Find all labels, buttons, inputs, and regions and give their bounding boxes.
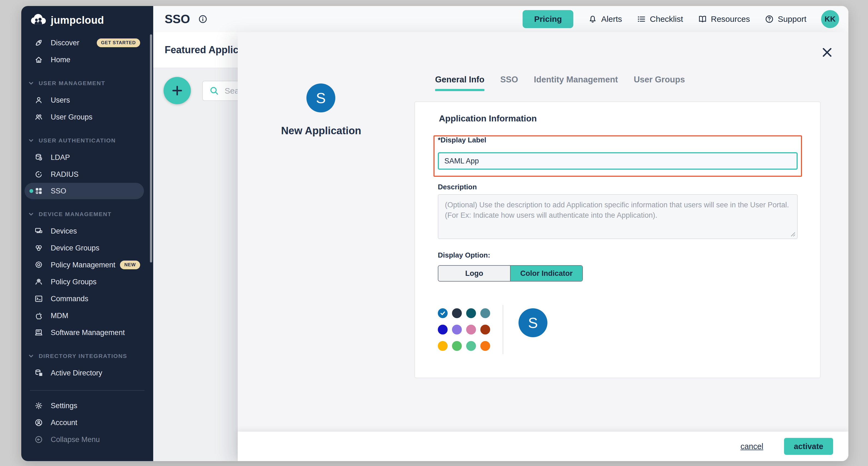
plus-icon — [171, 85, 183, 96]
new-application-panel: S New Application General InfoSSOIdentit… — [238, 32, 848, 461]
display-label-input[interactable] — [438, 152, 798, 170]
cancel-button[interactable]: cancel — [740, 442, 763, 451]
user-avatar[interactable]: KK — [821, 10, 839, 28]
chevron-down-icon — [28, 211, 34, 217]
sidebar-item-label: LDAP — [51, 153, 70, 162]
sidebar-item-discover[interactable]: DiscoverGET STARTED — [21, 34, 153, 51]
sidebar-item-label: Devices — [51, 227, 77, 235]
sidebar-item-policy-groups[interactable]: Policy Groups — [21, 273, 153, 290]
display-option-label: Display Option: — [438, 251, 490, 259]
app-window: jumpcloud DiscoverGET STARTEDHomeUSER MA… — [21, 6, 848, 461]
color-swatch-d77ea9[interactable] — [466, 325, 476, 334]
tab-identity-management[interactable]: Identity Management — [534, 75, 618, 91]
sidebar-item-label: User Groups — [51, 113, 92, 121]
top-header: SSO PricingAlertsChecklistResourcesSuppo… — [153, 6, 848, 32]
tab-sso[interactable]: SSO — [500, 75, 518, 91]
color-swatch-1513c5[interactable] — [438, 325, 447, 334]
sidebar-item-policy-management[interactable]: Policy ManagementNEW — [21, 257, 153, 273]
close-icon[interactable] — [821, 47, 833, 58]
pricing-button[interactable]: Pricing — [523, 10, 573, 28]
activate-button[interactable]: activate — [784, 438, 833, 455]
sidebar-section-user-authentication[interactable]: USER AUTHENTICATION — [21, 132, 153, 149]
sidebar-item-label: Active Directory — [51, 369, 102, 377]
header-link-resources[interactable]: Resources — [698, 14, 750, 24]
sidebar-item-collapse-menu[interactable]: Collapse Menu — [21, 431, 153, 448]
sso-grid-icon — [34, 186, 43, 195]
jumpcloud-cloud-icon — [30, 13, 46, 27]
logo-text: jumpcloud — [51, 14, 104, 26]
bell-icon — [588, 14, 597, 24]
sidebar-section-label: USER MANAGEMENT — [39, 80, 105, 86]
header-link-support[interactable]: Support — [765, 14, 806, 24]
panel-footer: cancel activate — [238, 432, 848, 461]
toggle-option-logo[interactable]: Logo — [438, 266, 510, 281]
sidebar-nav: DiscoverGET STARTEDHomeUSER MANAGEMENTUs… — [21, 34, 153, 381]
color-swatch-0b5a69[interactable] — [466, 308, 476, 318]
sidebar-item-mdm[interactable]: MDM — [21, 307, 153, 324]
sidebar-item-label: MDM — [51, 312, 68, 320]
color-swatch-57c268[interactable] — [452, 341, 462, 351]
tab-general-info[interactable]: General Info — [435, 75, 485, 91]
sidebar-item-software-management[interactable]: Software Management — [21, 324, 153, 341]
radius-signal-icon — [34, 170, 43, 179]
add-application-button[interactable] — [163, 77, 191, 104]
color-swatch-fdb501[interactable] — [438, 341, 447, 351]
get-started-badge: GET STARTED — [97, 38, 141, 47]
sidebar-item-commands[interactable]: Commands — [21, 290, 153, 307]
page-title: SSO — [165, 12, 190, 26]
search-icon — [209, 86, 219, 96]
sidebar-item-label: Policy Management — [51, 261, 115, 269]
sidebar-item-user-groups[interactable]: User Groups — [21, 109, 153, 125]
gear-icon — [34, 401, 43, 410]
sidebar-item-label: Settings — [51, 402, 78, 410]
panel-tabs: General InfoSSOIdentity ManagementUser G… — [435, 75, 685, 91]
color-swatch-263446[interactable] — [452, 308, 462, 318]
header-actions: PricingAlertsChecklistResourcesSupportKK — [523, 10, 848, 28]
ldap-database-icon — [34, 153, 43, 162]
sidebar-item-settings[interactable]: Settings — [21, 397, 153, 414]
sidebar-item-users[interactable]: Users — [21, 92, 153, 109]
color-swatch-a0350f[interactable] — [480, 325, 490, 334]
color-preview-circle: S — [519, 308, 548, 337]
color-swatch-4e8c99[interactable] — [480, 308, 490, 318]
description-textarea[interactable]: (Optional) Use the description to add Ap… — [438, 194, 798, 239]
jumpcloud-logo[interactable]: jumpcloud — [21, 6, 153, 34]
header-link-checklist[interactable]: Checklist — [637, 14, 683, 24]
book-icon — [698, 14, 707, 24]
sidebar-divider — [30, 390, 145, 391]
account-icon — [34, 418, 43, 427]
application-avatar: S — [306, 84, 335, 112]
display-option-toggle: Logo Color Indicator — [438, 265, 583, 282]
sidebar-section-label: USER AUTHENTICATION — [39, 137, 116, 144]
sidebar-section-device-management[interactable]: DEVICE MANAGEMENT — [21, 206, 153, 223]
header-link-alerts[interactable]: Alerts — [588, 14, 622, 24]
sidebar-scrollbar[interactable] — [150, 34, 152, 262]
sidebar-item-sso[interactable]: SSO — [25, 183, 144, 199]
resize-handle-icon[interactable] — [790, 231, 796, 237]
sidebar-section-user-management[interactable]: USER MANAGEMENT — [21, 75, 153, 92]
sidebar-item-active-directory[interactable]: Active Directory — [21, 365, 153, 381]
color-swatch-0f72b2[interactable] — [438, 308, 447, 318]
header-link-label: Checklist — [650, 14, 683, 24]
chevron-down-icon — [28, 138, 34, 143]
sidebar-item-radius[interactable]: RADIUS — [21, 166, 153, 183]
sidebar-item-home[interactable]: Home — [21, 51, 153, 68]
tab-user-groups[interactable]: User Groups — [634, 75, 685, 91]
color-swatch-f87610[interactable] — [480, 341, 490, 351]
color-swatch-57c595[interactable] — [466, 341, 476, 351]
color-swatch-grid — [438, 308, 490, 351]
check-icon — [440, 310, 446, 316]
sidebar-item-devices[interactable]: Devices — [21, 223, 153, 239]
swatch-preview-divider — [503, 305, 503, 354]
sidebar-item-label: Policy Groups — [51, 278, 96, 286]
sidebar-item-ldap[interactable]: LDAP — [21, 149, 153, 166]
info-icon[interactable] — [198, 14, 208, 24]
sidebar-section-directory-integrations[interactable]: DIRECTORY INTEGRATIONS — [21, 348, 153, 365]
sidebar-item-device-groups[interactable]: Device Groups — [21, 239, 153, 257]
policy-management-icon — [34, 261, 43, 269]
sidebar-item-account[interactable]: Account — [21, 414, 153, 431]
toggle-option-color-indicator[interactable]: Color Indicator — [510, 266, 582, 281]
sidebar-item-label: Commands — [51, 295, 88, 303]
card-title: Application Information — [439, 114, 537, 124]
color-swatch-8974e2[interactable] — [452, 325, 462, 334]
